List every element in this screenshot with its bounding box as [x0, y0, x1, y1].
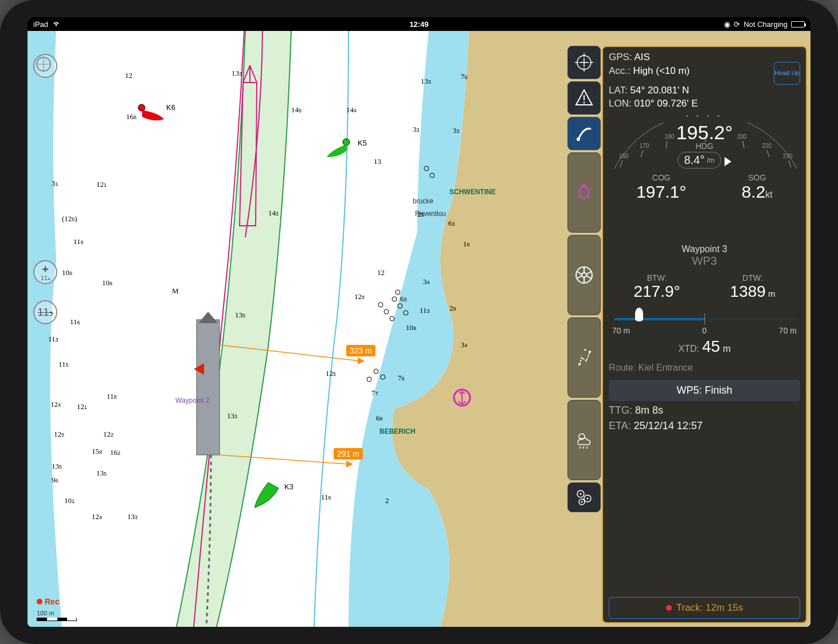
depth-sounding: 133 [232, 69, 242, 78]
svg-point-40 [581, 501, 583, 503]
depth-sounding: 133 [227, 411, 237, 421]
depth-sounding: (125) [62, 214, 77, 223]
depth-sounding: 128 [354, 292, 365, 301]
lon-value: 010° 09.726' E [634, 98, 698, 109]
depth-sounding: 135 [235, 311, 245, 320]
device-label: iPad [33, 20, 48, 29]
compass-button[interactable] [33, 54, 57, 78]
depth-sounding: 168 [126, 112, 136, 121]
depth-sounding: 113 [420, 306, 430, 315]
zoom-level-out: 11₃ [37, 306, 53, 319]
depth-sounding: 121 [96, 180, 107, 189]
battery-icon [791, 21, 805, 28]
svg-rect-1 [197, 320, 220, 455]
cog-value: 197.1° [636, 182, 686, 202]
plus-icon: + [42, 264, 49, 275]
autopilot-button[interactable] [567, 235, 601, 315]
depth-sounding: 133 [421, 77, 431, 86]
svg-point-31 [582, 273, 586, 277]
depth-sounding: 78 [398, 374, 405, 383]
svg-rect-28 [579, 187, 589, 198]
gps-value: AIS [634, 52, 649, 62]
svg-rect-29 [581, 184, 587, 188]
depth-sounding: 68 [376, 414, 383, 423]
ttg-label: TTG: [609, 405, 632, 416]
waypoint-2-label: Waypoint 2 [175, 396, 210, 405]
rot-box: 8.4°/m [678, 152, 720, 168]
depth-sounding: 121 [77, 402, 87, 411]
depth-sounding: 118 [107, 392, 117, 401]
route-label: Route: [609, 363, 636, 372]
head-up-button[interactable]: Head Up [774, 62, 800, 85]
svg-point-32 [578, 363, 581, 366]
waypoint-id: WP3 [609, 254, 800, 268]
ttg-value: 8m 8s [635, 405, 663, 416]
depth-sounding: 118 [321, 493, 331, 502]
center-gps-button[interactable] [567, 46, 601, 79]
zoom-in-button[interactable]: + 11₄ [33, 260, 57, 284]
depth-sounding: 76 [461, 72, 468, 81]
depth-sounding: 63 [400, 294, 407, 304]
acc-value: High (<10 m) [633, 65, 690, 76]
svg-point-38 [580, 493, 582, 495]
btw-label: BTW: [633, 273, 680, 282]
depth-sounding: M [172, 286, 179, 296]
waypoint-title: Waypoint 3 [609, 244, 800, 254]
btw-value: 217.9° [633, 282, 680, 301]
waypoint-block[interactable]: Waypoint 3 WP3 [609, 244, 800, 268]
page-dots[interactable]: • • • • [609, 113, 800, 119]
xtd-bar: 70 m 0 70 m [609, 308, 800, 335]
mob-button[interactable] [567, 152, 601, 233]
rot-value: 8.4° [684, 154, 704, 167]
play-icon [725, 157, 731, 166]
depth-sounding: 109 [62, 268, 72, 277]
zoom-out-button[interactable]: 11₃ [33, 300, 57, 324]
depth-sounding: 113 [48, 335, 58, 344]
data-panel: GPS: AIS Acc.: High (<10 m) LAT: 54° 20.… [602, 46, 807, 623]
depth-sounding: 34 [461, 340, 468, 350]
wifi-icon [52, 20, 61, 29]
route-button[interactable] [567, 317, 601, 398]
depth-sounding: 125 [54, 430, 64, 439]
measurement-1: 323 m [346, 345, 375, 356]
zoom-level-in: 11₄ [41, 275, 50, 281]
depth-sounding: 63 [448, 219, 455, 228]
depth-sounding: 119 [73, 237, 84, 246]
depth-sounding: 159 [92, 447, 102, 456]
sog-unit: kt [765, 190, 772, 199]
gps-block[interactable]: GPS: AIS Acc.: High (<10 m) LAT: 54° 20.… [609, 50, 800, 120]
depth-sounding: 133 [127, 512, 138, 521]
buoy-k6: K6 [166, 103, 175, 112]
depth-sounding: 34 [423, 277, 430, 286]
track-label: Track: 12m 15s [676, 602, 743, 614]
depth-sounding: 144 [346, 105, 357, 115]
depth-sounding: 145 [291, 105, 301, 115]
depth-sounding: 12 [377, 268, 385, 277]
tablet-frame: iPad 12:49 ◉ ⟳ Not Charging [0, 0, 838, 644]
heading-block[interactable]: 160170180 200220230 195.2° HDG 8.4°/m CO… [609, 123, 800, 237]
depth-sounding: 33 [453, 126, 460, 135]
buoy-k3: K3 [284, 482, 293, 491]
track-button[interactable]: Track: 12m 15s [609, 597, 800, 619]
route-row[interactable]: Route: Kiel Entrance [609, 363, 800, 373]
weather-button[interactable] [567, 400, 601, 480]
status-bar: iPad 12:49 ◉ ⟳ Not Charging [28, 17, 810, 31]
sog-value: 8.2 [742, 182, 766, 201]
dtw-label: DTW: [730, 273, 776, 282]
depth-sounding: 13 [374, 157, 381, 166]
measure-button[interactable] [567, 117, 601, 150]
screen: iPad 12:49 ◉ ⟳ Not Charging [28, 17, 810, 627]
depth-sounding: 109 [406, 323, 416, 332]
rot-unit: /m [707, 156, 714, 164]
settings-button[interactable] [567, 482, 601, 512]
svg-point-27 [577, 138, 580, 141]
depth-sounding: 101 [64, 496, 75, 505]
dtw-unit: m [768, 289, 776, 299]
alarm-icon: ◉ [724, 20, 730, 29]
ttg-row: TTG: 8m 8s [609, 405, 800, 417]
depth-sounding: 135 [96, 469, 107, 478]
finish-button[interactable]: WP5: Finish [609, 380, 800, 401]
hdg-value: 195.2° [609, 121, 800, 144]
alerts-button[interactable] [567, 81, 601, 115]
acc-label: Acc.: [609, 65, 631, 76]
